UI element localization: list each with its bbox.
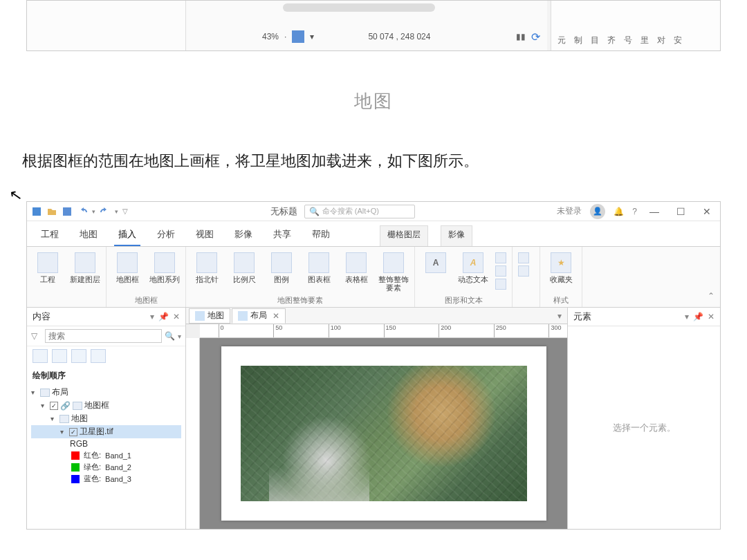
btn-legend[interactable]: 图例 xyxy=(266,252,297,283)
close-button[interactable]: ✕ xyxy=(698,206,716,217)
tab-map[interactable]: 地图 xyxy=(75,225,102,246)
ribbon-group-measure xyxy=(513,247,540,307)
tab-project[interactable]: 工程 xyxy=(37,225,63,246)
redo-dropdown-icon[interactable]: ▾ xyxy=(115,208,118,215)
tree-mapframe[interactable]: ▾ ✓ 🔗 地图框 xyxy=(31,399,181,412)
frag-right-pane: 元 制 目 齐 号 里 对 安 xyxy=(551,1,720,50)
save-icon[interactable] xyxy=(62,206,73,217)
pause-icon[interactable]: ▮▮ xyxy=(516,32,526,41)
btn-mapframe[interactable]: 地图框 xyxy=(112,252,142,283)
help-icon[interactable]: ? xyxy=(632,207,637,216)
btn-point[interactable] xyxy=(495,279,506,290)
horizontal-scrollbar[interactable] xyxy=(283,3,435,12)
color-swatch[interactable] xyxy=(292,30,304,43)
search-go-icon[interactable]: 🔍 xyxy=(165,331,175,341)
panel-pin-icon[interactable]: 📌 xyxy=(158,312,169,321)
btn-project[interactable]: 工程 xyxy=(33,252,63,283)
mapframe-label: 地图框 xyxy=(84,400,109,411)
btn-favorites[interactable]: ★收藏夹 xyxy=(546,252,576,283)
qat-customize-icon[interactable]: ▽ xyxy=(122,207,128,215)
view-draworder[interactable] xyxy=(33,349,48,363)
tree-layer-satellite[interactable]: ▾ ✓ 卫星图.tif xyxy=(31,425,181,438)
ribbon-collapse-icon[interactable]: ⌃ xyxy=(708,247,720,307)
elements-dropdown-icon[interactable]: ▾ xyxy=(685,312,689,321)
doctab-map[interactable]: 地图 xyxy=(189,308,230,324)
layout-tab-close-icon[interactable]: ✕ xyxy=(273,311,279,321)
btn-mapseries[interactable]: 地图系列 xyxy=(149,252,180,283)
rp-4[interactable]: 号 xyxy=(622,33,634,48)
command-search[interactable]: 🔍 命令搜索 (Alt+Q) xyxy=(304,205,415,218)
context-tab-image[interactable]: 影像 xyxy=(441,225,472,246)
login-status[interactable]: 未登录 xyxy=(557,205,582,217)
rp-7[interactable]: 安 xyxy=(672,33,684,48)
band-green: 绿色:Band_2 xyxy=(71,461,181,473)
tab-share[interactable]: 共享 xyxy=(269,225,295,246)
tree-map[interactable]: ▾ 地图 xyxy=(31,412,181,425)
new-project-icon[interactable] xyxy=(31,206,42,217)
mapframe-checkbox[interactable]: ✓ xyxy=(50,402,58,410)
doctab-layout[interactable]: 布局 ✕ xyxy=(232,308,286,324)
layer-label: 卫星图.tif xyxy=(80,426,113,438)
swatch-dropdown-icon[interactable]: ▾ xyxy=(310,32,314,41)
top-fragment: 43% · ▾ 50 074 , 248 024 ▮▮ ⟳ 元 制 目 齐 号 … xyxy=(26,0,721,51)
band-list: 红色:Band_1 绿色:Band_2 蓝色:Band_3 xyxy=(31,449,181,485)
btn-text-style[interactable]: A xyxy=(421,252,451,275)
search-placeholder: 命令搜索 (Alt+Q) xyxy=(322,206,379,216)
tab-insert[interactable]: 插入 xyxy=(114,225,140,246)
btn-line[interactable] xyxy=(495,265,506,277)
btn-rect[interactable] xyxy=(495,252,506,263)
refresh-icon[interactable]: ⟳ xyxy=(531,30,540,44)
tab-view[interactable]: 视图 xyxy=(192,225,218,246)
layout-label: 布局 xyxy=(52,386,68,398)
rp-5[interactable]: 里 xyxy=(638,33,651,48)
btn-chart-frame[interactable]: 图表框 xyxy=(304,252,334,283)
layout-canvas[interactable] xyxy=(200,338,567,529)
minimize-button[interactable]: — xyxy=(645,206,663,217)
btn-dynamic-text[interactable]: A动态文本 xyxy=(458,252,488,283)
map-icon xyxy=(59,415,69,423)
open-icon[interactable] xyxy=(46,206,57,217)
btn-m1[interactable] xyxy=(518,252,529,263)
btn-table-frame[interactable]: 表格框 xyxy=(341,252,371,283)
layout-page[interactable] xyxy=(221,346,546,521)
tree-layout[interactable]: ▾ 布局 xyxy=(31,386,181,399)
doctabs-menu-icon[interactable]: ▾ xyxy=(557,311,567,321)
zoom-percent[interactable]: 43% xyxy=(262,32,279,41)
tab-imagery[interactable]: 影像 xyxy=(230,225,257,246)
view-editing[interactable] xyxy=(91,349,106,363)
elements-pin-icon[interactable]: 📌 xyxy=(693,312,703,321)
maximize-button[interactable]: ☐ xyxy=(672,206,690,217)
btn-new-layer[interactable]: 新建图层 xyxy=(70,252,100,283)
view-selection[interactable] xyxy=(71,349,86,363)
tab-analysis[interactable]: 分析 xyxy=(153,225,179,246)
user-avatar[interactable]: 👤 xyxy=(590,204,605,219)
btn-m2[interactable] xyxy=(518,265,529,277)
btn-surrounds-more[interactable]: 整饰整饰要素 xyxy=(378,252,409,292)
context-tab-raster[interactable]: 栅格图层 xyxy=(380,225,428,246)
contents-view-buttons xyxy=(27,346,185,366)
search-dropdown-icon[interactable]: ▾ xyxy=(178,333,181,340)
rp-0[interactable]: 元 xyxy=(555,33,568,48)
layer-checkbox[interactable]: ✓ xyxy=(69,428,77,436)
link-icon: 🔗 xyxy=(60,401,71,411)
elements-close-icon[interactable]: ✕ xyxy=(708,312,714,321)
svg-rect-1 xyxy=(63,207,71,216)
notification-icon[interactable]: 🔔 xyxy=(614,207,624,216)
ribbon-tabs: 工程 地图 插入 分析 视图 影像 共享 帮助 栅格图层 影像 xyxy=(27,221,720,247)
btn-scale-bar[interactable]: 比例尺 xyxy=(229,252,259,283)
undo-icon[interactable] xyxy=(77,206,88,217)
btn-north-arrow[interactable]: 指北针 xyxy=(192,252,222,283)
swatch-green xyxy=(71,463,80,472)
panel-dropdown-icon[interactable]: ▾ xyxy=(150,312,154,321)
redo-icon[interactable] xyxy=(100,206,111,217)
rp-3[interactable]: 齐 xyxy=(605,33,618,48)
rp-1[interactable]: 制 xyxy=(572,33,584,48)
undo-dropdown-icon[interactable]: ▾ xyxy=(92,208,95,215)
rp-6[interactable]: 对 xyxy=(655,33,667,48)
contents-search-input[interactable] xyxy=(45,329,162,343)
view-source[interactable] xyxy=(52,349,67,363)
filter-icon[interactable]: ▽ xyxy=(31,331,42,341)
tab-help[interactable]: 帮助 xyxy=(308,225,334,246)
rp-2[interactable]: 目 xyxy=(589,33,601,48)
panel-close-icon[interactable]: ✕ xyxy=(173,312,180,321)
